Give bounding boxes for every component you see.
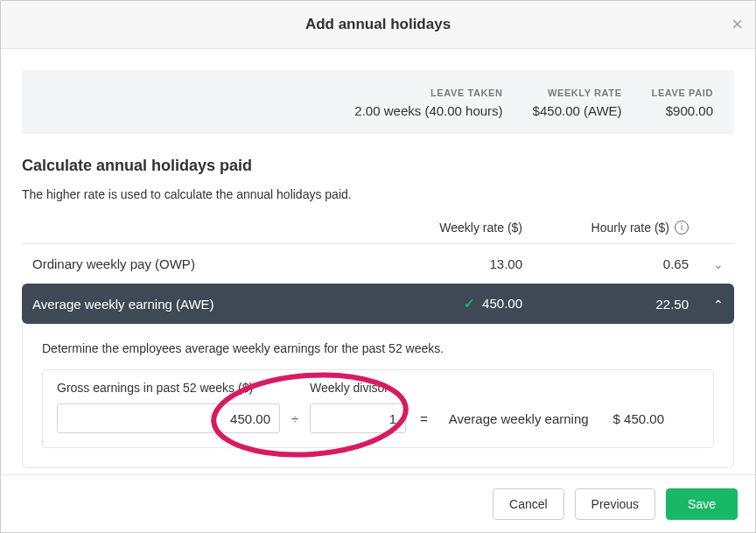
chevron-down-icon: ⌄	[713, 257, 724, 271]
summary-leave-paid-value: $900.00	[652, 103, 713, 118]
awe-name: Average weekly earning (AWE)	[32, 297, 374, 312]
rate-row-owp[interactable]: Ordinary weekly pay (OWP) 13.00 0.65 ⌄	[22, 243, 734, 284]
rate-row-awe[interactable]: Average weekly earning (AWE) ✓450.00 22.…	[22, 284, 734, 324]
rate-table-header: Weekly rate ($) Hourly rate ($) i	[22, 221, 734, 243]
awe-weekly: ✓450.00	[374, 296, 522, 312]
summary-weekly-rate: WEEKLY RATE $450.00 (AWE)	[533, 88, 622, 118]
equals-sign: =	[415, 411, 433, 426]
info-icon[interactable]: i	[675, 221, 689, 235]
result-label: Average weekly earning	[449, 411, 589, 426]
modal-header: Add annual holidays ×	[1, 1, 755, 49]
modal-body: LEAVE TAKEN 2.00 weeks (40.00 hours) WEE…	[1, 49, 755, 468]
weekly-divisor-input[interactable]	[310, 403, 406, 433]
section-heading: Calculate annual holidays paid	[22, 157, 734, 175]
previous-button[interactable]: Previous	[575, 488, 655, 520]
section-subtext: The higher rate is used to calculate the…	[22, 187, 734, 201]
awe-description: Determine the employees average weekly e…	[42, 341, 714, 355]
result-value: $ 450.00	[613, 411, 664, 426]
column-hourly-rate: Hourly rate ($) i	[522, 221, 689, 235]
column-hourly-rate-label: Hourly rate ($)	[592, 221, 669, 235]
owp-weekly: 13.00	[374, 256, 522, 271]
owp-name: Ordinary weekly pay (OWP)	[32, 256, 374, 271]
divide-operator: ÷	[289, 411, 301, 426]
summary-panel: LEAVE TAKEN 2.00 weeks (40.00 hours) WEE…	[22, 70, 734, 134]
close-icon[interactable]: ×	[732, 15, 743, 34]
summary-weekly-rate-value: $450.00 (AWE)	[533, 103, 622, 118]
cancel-button[interactable]: Cancel	[493, 488, 564, 520]
modal-footer: Cancel Previous Save	[1, 474, 755, 532]
summary-leave-paid-label: LEAVE PAID	[652, 88, 713, 98]
calculation-box: Gross earnings in past 52 weeks ($) Week…	[42, 369, 714, 448]
chevron-up-icon: ⌃	[713, 298, 724, 312]
gross-earnings-input[interactable]	[57, 403, 280, 433]
gross-earnings-label: Gross earnings in past 52 weeks ($)	[57, 381, 280, 395]
calc-inputs-row: ÷ = Average weekly earning $ 450.00	[57, 403, 699, 433]
check-icon: ✓	[464, 296, 475, 312]
save-button[interactable]: Save	[666, 488, 738, 520]
awe-hourly: 22.50	[522, 297, 689, 312]
owp-hourly: 0.65	[522, 256, 689, 271]
summary-weekly-rate-label: WEEKLY RATE	[533, 88, 622, 98]
summary-leave-taken-value: 2.00 weeks (40.00 hours)	[354, 103, 502, 118]
weekly-divisor-label: Weekly divisor	[310, 381, 406, 395]
awe-detail-panel: Determine the employees average weekly e…	[22, 324, 734, 468]
modal-title: Add annual holidays	[305, 16, 451, 33]
column-weekly-rate: Weekly rate ($)	[374, 221, 522, 235]
rate-table: Weekly rate ($) Hourly rate ($) i Ordina…	[22, 221, 734, 468]
summary-leave-taken-label: LEAVE TAKEN	[354, 88, 502, 98]
summary-leave-taken: LEAVE TAKEN 2.00 weeks (40.00 hours)	[354, 88, 502, 118]
calc-labels-row: Gross earnings in past 52 weeks ($) Week…	[57, 381, 699, 395]
summary-leave-paid: LEAVE PAID $900.00	[652, 88, 713, 118]
